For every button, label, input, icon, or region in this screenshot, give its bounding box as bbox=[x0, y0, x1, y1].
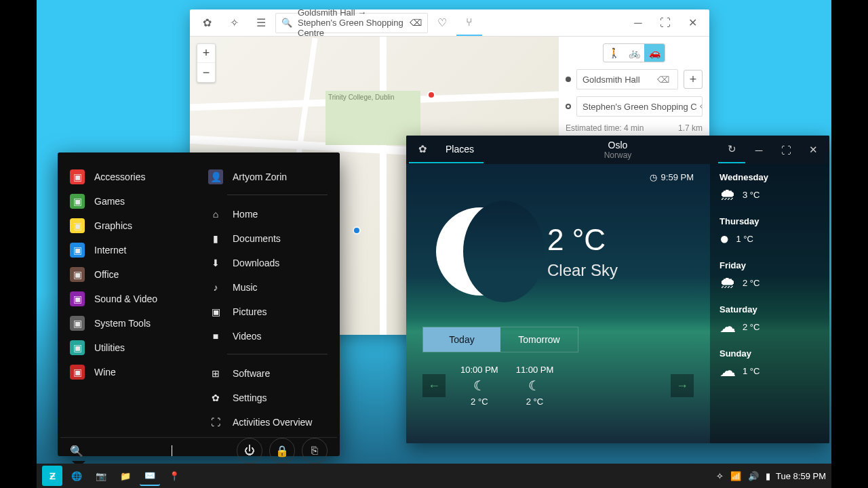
weather-maximize-button[interactable]: ⛶ bbox=[772, 136, 800, 163]
mode-car-icon[interactable]: 🚗 bbox=[644, 44, 665, 62]
place-documents[interactable]: ▮Documents bbox=[208, 226, 328, 251]
forecast-tabs: Today Tomorrow bbox=[422, 327, 578, 352]
start-search[interactable]: 🔍 bbox=[70, 445, 237, 458]
category-wine[interactable]: ▣Wine bbox=[70, 360, 189, 384]
maps-search-field[interactable]: 🔍 Goldsmith Hall → Stephen's Green Shopp… bbox=[275, 13, 428, 33]
tab-today[interactable]: Today bbox=[423, 327, 500, 352]
close-button[interactable]: ✕ bbox=[679, 10, 705, 36]
forecast-day: Thursday●1 °C bbox=[719, 216, 820, 248]
category-graphics[interactable]: ▣Graphics bbox=[70, 214, 189, 238]
weather-city: Oslo bbox=[604, 140, 632, 150]
system-activities-overview[interactable]: ⛶Activities Overview bbox=[208, 410, 328, 434]
power-button[interactable]: ⏻ bbox=[237, 438, 262, 464]
system-software[interactable]: ⊞Software bbox=[208, 361, 328, 386]
tab-tomorrow[interactable]: Tomorrow bbox=[500, 327, 578, 352]
weather-settings-icon[interactable]: ✿ bbox=[409, 136, 436, 163]
category-icon: ▣ bbox=[70, 267, 85, 282]
category-icon: ▣ bbox=[70, 218, 85, 233]
forecast-weather-icon: ● bbox=[719, 229, 730, 248]
bluetooth-icon[interactable]: ✧ bbox=[716, 471, 724, 481]
forecast-weather-icon: ☁ bbox=[719, 317, 736, 336]
search-icon: 🔍 bbox=[70, 445, 83, 458]
place-downloads[interactable]: ⬇Downloads bbox=[208, 251, 328, 275]
start-button[interactable]: Ƶ bbox=[42, 466, 62, 486]
taskbar-chrome-icon[interactable]: 🌐 bbox=[66, 466, 87, 486]
taskbar-camera-icon[interactable]: 📷 bbox=[91, 466, 111, 486]
mode-bike-icon[interactable]: 🚲 bbox=[624, 44, 644, 62]
logout-button[interactable]: ⎘ bbox=[302, 438, 328, 464]
weather-country: Norway bbox=[604, 150, 632, 160]
place-music[interactable]: ♪Music bbox=[208, 275, 328, 300]
category-utilities[interactable]: ▣Utilities bbox=[70, 336, 189, 360]
taskbar-clock[interactable]: Tue 8:59 PM bbox=[776, 471, 826, 481]
refresh-icon[interactable]: ↻ bbox=[718, 136, 745, 163]
category-accessories[interactable]: ▣Accessories bbox=[70, 165, 189, 189]
clear-dest-icon[interactable]: ⌫ bbox=[697, 102, 703, 112]
settings-icon[interactable]: ✿ bbox=[194, 10, 220, 36]
forecast-weather-icon: 🌧 bbox=[719, 185, 736, 204]
hourly-next-button[interactable]: → bbox=[671, 374, 694, 397]
travel-mode: 🚶 🚲 🚗 bbox=[603, 43, 665, 62]
clear-search-icon[interactable]: ⌫ bbox=[410, 18, 422, 28]
dest-dot-icon bbox=[566, 104, 571, 109]
category-internet[interactable]: ▣Internet bbox=[70, 238, 189, 262]
place-videos[interactable]: ■Videos bbox=[208, 324, 328, 348]
category-system-tools[interactable]: ▣System Tools bbox=[70, 311, 189, 336]
zoom-out-button[interactable]: − bbox=[197, 63, 215, 82]
weather-titlebar: ✿ Places Oslo Norway ↻ ─ ⛶ ✕ bbox=[406, 136, 829, 164]
wifi-icon[interactable]: 📶 bbox=[730, 471, 741, 481]
favorite-icon[interactable]: ♡ bbox=[429, 10, 455, 36]
mode-walk-icon[interactable]: 🚶 bbox=[604, 44, 624, 62]
taskbar-mail-icon[interactable]: ✉️ bbox=[140, 466, 160, 486]
forecast-day: Friday🌧2 °C bbox=[719, 260, 820, 292]
user-avatar-icon: 👤 bbox=[208, 169, 223, 184]
weather-close-button[interactable]: ✕ bbox=[800, 136, 827, 163]
hourly-prev-button[interactable]: ← bbox=[422, 374, 446, 397]
weather-minimize-button[interactable]: ─ bbox=[745, 136, 772, 163]
forecast-day: Saturday☁2 °C bbox=[719, 304, 820, 336]
category-icon: ▣ bbox=[70, 365, 85, 380]
category-icon: ▣ bbox=[70, 169, 85, 184]
minimize-button[interactable]: ─ bbox=[625, 10, 651, 36]
category-icon: ▣ bbox=[70, 194, 85, 209]
layers-icon[interactable]: ☰ bbox=[248, 10, 274, 36]
category-sound-video[interactable]: ▣Sound & Video bbox=[70, 287, 189, 311]
forecast-weather-icon: 🌧 bbox=[719, 273, 736, 292]
category-office[interactable]: ▣Office bbox=[70, 262, 189, 287]
add-stop-button[interactable]: + bbox=[684, 70, 703, 89]
maps-titlebar: ✿ ✧ ☰ 🔍 Goldsmith Hall → Stephen's Green… bbox=[190, 9, 709, 37]
taskbar: Ƶ 🌐 📷 📁 ✉️ 📍 ✧ 📶 🔊 ▮ Tue 8:59 PM bbox=[37, 464, 831, 488]
places-tab[interactable]: Places bbox=[436, 136, 484, 163]
category-games[interactable]: ▣Games bbox=[70, 189, 189, 214]
route-icon[interactable]: ⑂ bbox=[456, 10, 482, 36]
start-search-input[interactable] bbox=[89, 445, 170, 456]
zoom-in-button[interactable]: + bbox=[197, 44, 215, 63]
maximize-button[interactable]: ⛶ bbox=[652, 10, 678, 36]
origin-field[interactable]: Goldsmith Hall⌫ bbox=[576, 69, 678, 89]
place-pictures[interactable]: ▣Pictures bbox=[208, 300, 328, 324]
taskbar-files-icon[interactable]: 📁 bbox=[115, 466, 136, 486]
forecast-day: Wednesday🌧3 °C bbox=[719, 172, 820, 204]
destination-field[interactable]: Stephen's Green Shopping C⌫ bbox=[576, 96, 703, 117]
pictures-icon: ▣ bbox=[208, 304, 223, 319]
software-icon: ⊞ bbox=[208, 366, 223, 381]
documents-icon: ▮ bbox=[208, 231, 223, 246]
current-desc: Clear Sky bbox=[547, 261, 618, 280]
place-home[interactable]: ⌂Home bbox=[208, 202, 328, 226]
system-settings[interactable]: ✿Settings bbox=[208, 386, 328, 410]
route-start-marker bbox=[353, 226, 361, 235]
forecast-panel: Wednesday🌧3 °CThursday●1 °CFriday🌧2 °CSa… bbox=[710, 164, 829, 443]
volume-icon[interactable]: 🔊 bbox=[748, 471, 759, 481]
clear-origin-icon[interactable]: ⌫ bbox=[654, 75, 672, 85]
downloads-icon: ⬇ bbox=[208, 256, 223, 270]
locate-icon[interactable]: ✧ bbox=[221, 10, 247, 36]
battery-icon[interactable]: ▮ bbox=[766, 471, 770, 481]
home-icon: ⌂ bbox=[208, 207, 223, 222]
start-menu: ▣Accessories▣Games▣Graphics▣Internet▣Off… bbox=[58, 152, 340, 456]
taskbar-maps-icon[interactable]: 📍 bbox=[164, 466, 184, 486]
user-item[interactable]: 👤 Artyom Zorin bbox=[208, 165, 328, 189]
lock-button[interactable]: 🔒 bbox=[269, 438, 295, 464]
moon-icon bbox=[436, 207, 524, 296]
hourly-weather-icon: ☾ bbox=[516, 378, 554, 394]
route-end-marker bbox=[427, 91, 435, 99]
